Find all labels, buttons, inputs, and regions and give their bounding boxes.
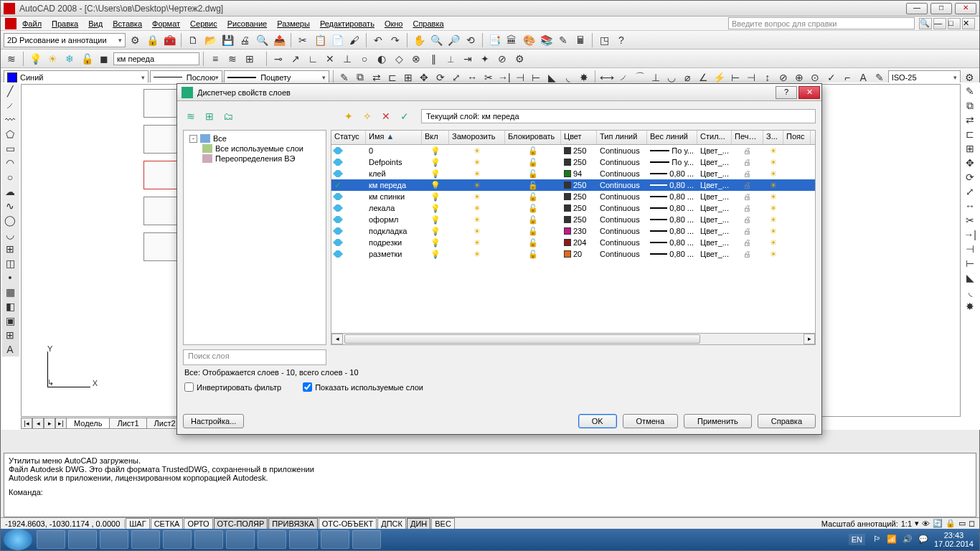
set-current-icon[interactable]: ✓ xyxy=(397,108,413,124)
layer-states-icon[interactable]: 🗂 xyxy=(220,108,236,124)
copy-icon[interactable]: 📋 xyxy=(312,32,328,48)
taskbar-explorer-icon[interactable] xyxy=(100,530,128,549)
taskbar-word-icon[interactable] xyxy=(321,530,349,549)
menu-help[interactable]: Справка xyxy=(408,18,448,29)
mdi-close-icon[interactable]: ✕ xyxy=(962,18,975,29)
new-filter-icon[interactable]: ≋ xyxy=(183,108,199,124)
invert-filter-check[interactable]: Инвертировать фильтр xyxy=(184,382,281,392)
new-icon[interactable]: 🗋 xyxy=(185,32,201,48)
tab-first-icon[interactable]: |◂ xyxy=(21,418,32,429)
help-button[interactable]: Справка xyxy=(758,414,816,428)
osnap-icon[interactable]: ⊥ xyxy=(339,51,355,67)
delete-layer-icon[interactable]: ✕ xyxy=(378,108,394,124)
erase2-icon[interactable]: ✎ xyxy=(962,84,978,98)
col-lock[interactable]: Блокировать xyxy=(505,131,561,144)
layer-row[interactable]: клей💡☀🔓 94Continuous 0,80 ...Цвет_...🖨☀ xyxy=(331,168,815,179)
start-button[interactable] xyxy=(4,529,32,550)
layer-row[interactable]: подрезки💡☀🔓 204Continuous 0,80 ...Цвет_.… xyxy=(331,237,815,248)
thumb-4[interactable] xyxy=(143,197,178,225)
sheetset-icon[interactable]: 📚 xyxy=(538,32,554,48)
cut-icon[interactable]: ✂ xyxy=(295,32,311,48)
arc-icon[interactable]: ◠ xyxy=(2,156,18,170)
undo-icon[interactable]: ↶ xyxy=(370,32,386,48)
mirror2-icon[interactable]: ⇄ xyxy=(962,113,978,127)
toolbox-icon[interactable]: 🧰 xyxy=(161,32,177,48)
layer-sun-icon[interactable]: ☀ xyxy=(44,51,60,67)
command-line[interactable]: Утилиты меню AutoCAD загружены. Файл Aut… xyxy=(4,453,976,517)
fillet2-icon[interactable]: ◟ xyxy=(962,285,978,299)
ortho-toggle[interactable]: ОРТО xyxy=(184,518,212,529)
lwt-toggle[interactable]: ВЕС xyxy=(431,518,455,529)
otrack-toggle[interactable]: ОТС-ОБЪЕКТ xyxy=(319,518,377,529)
menu-view[interactable]: Вид xyxy=(84,18,107,29)
snap-toggle[interactable]: ШАГ xyxy=(126,518,149,529)
ellipse-arc-icon[interactable]: ◡ xyxy=(2,227,18,242)
mtext-icon[interactable]: A xyxy=(2,342,18,357)
layer-combo[interactable]: км переда xyxy=(113,52,199,65)
annoscale-value[interactable]: 1:1 xyxy=(901,519,912,528)
thumb-5[interactable] xyxy=(143,232,178,261)
osnap-settings-icon[interactable]: ⚙ xyxy=(512,51,527,67)
copy2-icon[interactable]: ⧉ xyxy=(962,98,978,113)
markup-icon[interactable]: ✎ xyxy=(555,32,571,48)
ellipse-icon[interactable]: ◯ xyxy=(2,213,18,227)
filter-tree[interactable]: - Все Все используемые слои Переопределе… xyxy=(183,130,326,345)
taskbar-folder-icon[interactable] xyxy=(163,530,192,549)
hatch-icon[interactable]: ▦ xyxy=(2,285,18,299)
taskbar-ie-icon[interactable] xyxy=(37,530,65,549)
grid-hscroll[interactable]: ◂ ▸ xyxy=(331,333,815,344)
pline-icon[interactable]: 〰 xyxy=(2,113,18,127)
col-status[interactable]: Статус xyxy=(331,131,366,144)
tab-next-icon[interactable]: ▸ xyxy=(44,418,55,429)
osnap-icon[interactable]: ⟂ xyxy=(443,51,458,67)
tree-root[interactable]: - Все xyxy=(187,133,323,143)
polygon-icon[interactable]: ⬠ xyxy=(2,127,18,141)
osnap-icon[interactable]: ✦ xyxy=(477,51,493,67)
ducs-toggle[interactable]: ДПСК xyxy=(377,518,406,529)
thumb-1[interactable] xyxy=(143,89,178,118)
layers-toolbar-2-icon[interactable]: ≋ xyxy=(225,51,240,67)
layer-row[interactable]: лекала💡☀🔓 250Continuous 0,80 ...Цвет_...… xyxy=(331,202,815,214)
col-name[interactable]: Имя ▲ xyxy=(366,131,422,144)
osnap-icon[interactable]: ✕ xyxy=(322,51,338,67)
osnap-toggle[interactable]: ПРИВЯЗКА xyxy=(268,518,317,529)
settings-button[interactable]: Настройка... xyxy=(183,414,244,428)
redo-icon[interactable]: ↷ xyxy=(387,32,403,48)
layer-row[interactable]: ✓км переда💡☀🔓 250Continuous 0,80 ...Цвет… xyxy=(331,179,815,191)
stretch2-icon[interactable]: ↔ xyxy=(962,199,978,213)
tray-flag-icon[interactable]: 🏳 xyxy=(871,534,881,545)
layer-grid-body[interactable]: 0💡☀🔓 250Continuous По у...Цвет_...🖨☀Defp… xyxy=(331,145,815,333)
osnap-icon[interactable]: ○ xyxy=(357,51,372,67)
layer-row[interactable]: оформл💡☀🔓 250Continuous 0,80 ...Цвет_...… xyxy=(331,214,815,225)
gradient-icon[interactable]: ◧ xyxy=(2,299,18,314)
layer-row[interactable]: подкладка💡☀🔓 230Continuous 0,80 ...Цвет_… xyxy=(331,225,815,237)
osnap-icon[interactable]: ◇ xyxy=(391,51,407,67)
cancel-button[interactable]: Отмена xyxy=(623,414,678,428)
ok-button[interactable]: OK xyxy=(578,414,617,428)
taskbar-access-icon[interactable] xyxy=(352,530,381,549)
mdi-min-icon[interactable]: — xyxy=(933,18,946,29)
osnap-icon[interactable]: ∟ xyxy=(305,51,321,67)
thumb-2[interactable] xyxy=(143,125,178,154)
paste-icon[interactable]: 📄 xyxy=(329,32,345,48)
tab-last-icon[interactable]: ▸| xyxy=(55,418,67,429)
move2-icon[interactable]: ✥ xyxy=(962,156,978,170)
help-icon[interactable]: ? xyxy=(613,32,629,48)
dialog-close-button[interactable]: ✕ xyxy=(798,86,820,99)
col-pstyle[interactable]: Стил... xyxy=(697,131,732,144)
tree-used[interactable]: Все используемые слои xyxy=(187,143,323,154)
open-icon[interactable]: 📂 xyxy=(202,32,218,48)
point-icon[interactable]: • xyxy=(2,270,18,285)
col-color[interactable]: Цвет xyxy=(561,131,597,144)
xline-icon[interactable]: ⟋ xyxy=(2,98,18,113)
col-ltype[interactable]: Тип линий xyxy=(597,131,647,144)
taskbar-autocad-icon[interactable] xyxy=(258,530,286,549)
region-icon[interactable]: ▣ xyxy=(2,314,18,328)
block-icon[interactable]: ◳ xyxy=(596,32,612,48)
layer-bulb-icon[interactable]: 💡 xyxy=(27,51,43,67)
layer-row[interactable]: 0💡☀🔓 250Continuous По у...Цвет_...🖨☀ xyxy=(331,145,815,156)
scale2-icon[interactable]: ⤢ xyxy=(962,184,978,199)
col-z[interactable]: З... xyxy=(763,131,783,144)
workspace-lock-icon[interactable]: 🔒 xyxy=(144,32,160,48)
break2-icon[interactable]: ⊣ xyxy=(962,242,978,256)
